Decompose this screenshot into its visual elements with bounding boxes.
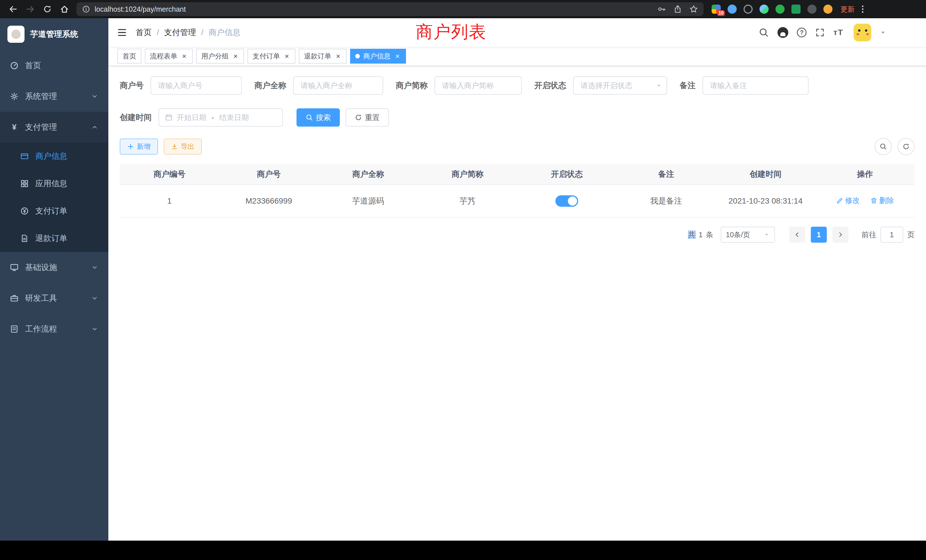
github-icon [778, 27, 788, 38]
short-name-input[interactable] [434, 76, 522, 95]
sidebar-item-app-info[interactable]: 应用信息 [0, 170, 108, 197]
github-link[interactable] [778, 27, 788, 38]
help-button[interactable] [797, 28, 806, 37]
tab-label: 支付订单 [253, 51, 280, 61]
extension-badge: 10 [717, 10, 725, 16]
close-icon[interactable] [394, 53, 401, 60]
chevron-right-icon [837, 231, 844, 238]
menu-label: 商户信息 [35, 151, 67, 162]
toolbar-right [875, 138, 915, 155]
browser-menu-button[interactable] [857, 5, 869, 14]
extension-icon[interactable] [728, 5, 737, 14]
sidebar-item-payment[interactable]: 支付管理 [0, 112, 108, 142]
refresh-table-button[interactable] [897, 138, 915, 155]
extensions-row: 10 [712, 5, 832, 14]
browser-reload-button[interactable] [39, 1, 56, 18]
sidebar-item-dev-tools[interactable]: 研发工具 [0, 283, 108, 314]
browser-home-button[interactable] [56, 1, 73, 18]
extension-icon[interactable]: 10 [712, 5, 721, 14]
extension-icon[interactable] [760, 5, 769, 14]
site-info-icon[interactable] [82, 5, 90, 13]
cell-full-name: 芋道源码 [318, 185, 418, 217]
user-avatar[interactable] [853, 24, 871, 41]
password-key-icon[interactable] [657, 5, 666, 14]
add-button[interactable]: 新增 [120, 139, 158, 154]
tab-home[interactable]: 首页 [118, 49, 141, 64]
header-search-button[interactable] [759, 27, 769, 38]
app-logo[interactable]: 芋道管理系统 [0, 18, 108, 50]
sidebar-item-workflow[interactable]: 工作流程 [0, 314, 108, 344]
status-select[interactable] [573, 76, 667, 95]
status-switch[interactable] [555, 195, 578, 207]
font-size-button[interactable] [833, 29, 843, 36]
field-label: 备注 [680, 80, 702, 91]
col-header: 备注 [617, 163, 716, 185]
button-label: 新增 [137, 142, 151, 151]
filter-create-time: 创建时间 开始日期 - 结束日期 [120, 108, 283, 127]
col-header: 创建时间 [716, 163, 816, 185]
close-icon[interactable] [335, 53, 342, 60]
sidebar-item-merchant-info[interactable]: 商户信息 [0, 142, 108, 170]
extension-icon[interactable] [791, 5, 800, 14]
url-text[interactable]: localhost:1024/pay/merchant [95, 5, 657, 14]
sidebar-item-infrastructure[interactable]: 基础设施 [0, 252, 108, 283]
jump-page-input[interactable] [881, 227, 903, 243]
full-name-input[interactable] [293, 76, 383, 95]
end-date-placeholder[interactable]: 结束日期 [219, 113, 249, 123]
share-icon[interactable] [673, 5, 682, 14]
tab-process-form[interactable]: 流程表单 [145, 49, 193, 64]
reset-button[interactable]: 重置 [345, 108, 389, 127]
tab-user-group[interactable]: 用户分组 [196, 49, 244, 64]
link-label: 修改 [845, 195, 860, 206]
page-size-select[interactable]: 10条/页 [721, 227, 775, 243]
date-range-picker[interactable]: 开始日期 - 结束日期 [159, 108, 283, 127]
total-suffix: 条 [706, 230, 714, 239]
remark-input[interactable] [702, 76, 808, 95]
caret-down-icon[interactable] [880, 29, 886, 36]
menu-label: 支付订单 [35, 206, 67, 216]
tab-refund-order[interactable]: 退款订单 [299, 49, 346, 64]
browser-update-button[interactable]: 更新 [840, 5, 855, 14]
coin-icon [20, 206, 29, 216]
extension-icon[interactable] [807, 5, 817, 14]
toggle-search-button[interactable] [875, 138, 892, 155]
export-button[interactable]: 导出 [163, 139, 202, 154]
sidebar-item-refund-order[interactable]: 退款订单 [0, 225, 108, 252]
tab-pay-order[interactable]: 支付订单 [247, 49, 295, 64]
close-icon[interactable] [283, 53, 290, 60]
start-date-placeholder[interactable]: 开始日期 [177, 113, 206, 123]
cell-merchant-no: M233666999 [219, 185, 319, 217]
prev-page-button[interactable] [789, 227, 805, 243]
sidebar-toggle-button[interactable] [117, 27, 127, 38]
merchant-no-input[interactable] [151, 76, 242, 95]
edit-link[interactable]: 修改 [836, 195, 860, 206]
reload-icon [43, 5, 51, 14]
bookmark-star-icon[interactable] [689, 5, 698, 14]
address-bar[interactable]: localhost:1024/pay/merchant [76, 2, 704, 16]
sidebar-item-system[interactable]: 系统管理 [0, 81, 108, 112]
extension-icon[interactable] [743, 5, 753, 14]
tab-merchant-info[interactable]: 商户信息 [350, 49, 406, 64]
browser-forward-button[interactable] [22, 1, 39, 18]
tab-label: 用户分组 [201, 51, 228, 61]
link-label: 删除 [879, 195, 894, 206]
top-navbar: 首页 支付管理 商户信息 [108, 18, 926, 47]
clipboard-icon [10, 324, 19, 334]
delete-link[interactable]: 删除 [870, 195, 894, 206]
pagination-jump: 前往 页 [862, 227, 915, 243]
menu-label: 应用信息 [35, 178, 67, 189]
close-icon[interactable] [181, 53, 188, 60]
profile-avatar-icon[interactable] [823, 5, 832, 14]
next-page-button[interactable] [832, 227, 849, 243]
sidebar-item-pay-order[interactable]: 支付订单 [0, 197, 108, 225]
search-button[interactable]: 搜索 [297, 108, 340, 127]
breadcrumb-home[interactable]: 首页 [136, 27, 164, 38]
refresh-icon [902, 143, 910, 150]
close-icon[interactable] [232, 53, 239, 60]
fullscreen-button[interactable] [815, 28, 825, 37]
page-number-button[interactable]: 1 [811, 227, 827, 243]
sidebar-item-home[interactable]: 首页 [0, 50, 108, 81]
breadcrumb-payment[interactable]: 支付管理 [164, 27, 209, 38]
extension-icon[interactable] [775, 5, 785, 14]
browser-back-button[interactable] [5, 1, 22, 18]
